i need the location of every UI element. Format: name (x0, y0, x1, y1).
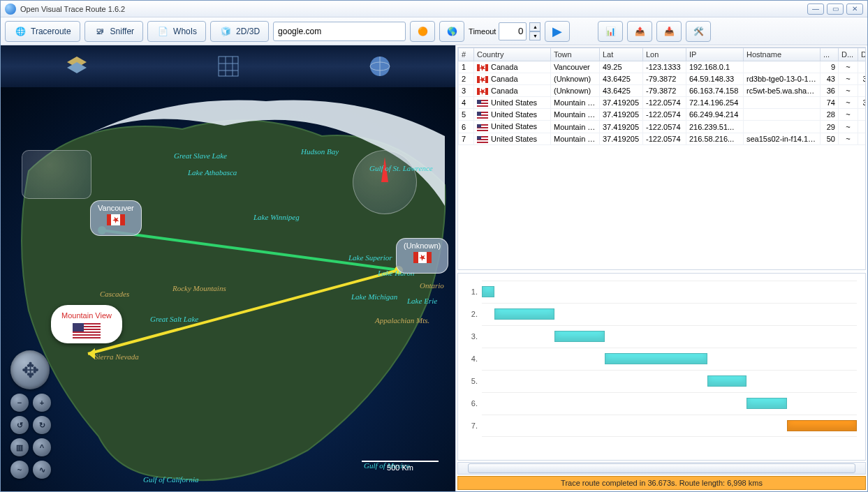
sniffer-button[interactable]: 🖳 Sniffer (84, 21, 143, 42)
col-lon[interactable]: Lon (643, 48, 686, 61)
chart-button[interactable]: 📊 (598, 21, 623, 42)
table-row[interactable]: 4United StatesMountain Vi...37.419205-12… (459, 97, 867, 109)
col-hostname[interactable]: Hostname (744, 48, 821, 61)
rotate-cw-button[interactable]: ↻ (33, 416, 51, 434)
app-icon (5, 3, 16, 15)
flag-ca-icon (477, 88, 488, 95)
import-button[interactable]: 📥 (656, 21, 682, 42)
globe-view[interactable]: Great Slave Lake Lake Athabasca Hudson B… (1, 87, 455, 491)
gantt-container: 1.2.3.4.5.6.7. (457, 273, 866, 461)
table-row[interactable]: 5United StatesMountain Vi...37.419205-12… (459, 109, 867, 121)
table-row[interactable]: 3Canada(Unknown)43.6425-79.387266.163.74… (459, 85, 867, 97)
gantt-row: 5. (466, 370, 857, 392)
gantt-row: 3. (466, 325, 857, 348)
gantt-row-label: 4. (466, 355, 482, 363)
col-d2[interactable]: D... (858, 48, 867, 61)
col-c1[interactable]: ... (821, 48, 839, 61)
gantt-row: 6. (466, 392, 857, 415)
zoom-in-button[interactable]: + (33, 394, 51, 412)
traceroute-button[interactable]: 🌐 Traceroute (5, 21, 80, 42)
col-lat[interactable]: Lat (600, 48, 643, 61)
export-button[interactable]: 📤 (627, 21, 652, 42)
gantt-bar[interactable] (494, 308, 554, 320)
compass-indicator[interactable] (353, 150, 417, 214)
traceroute-label: Traceroute (31, 27, 71, 36)
refresh-button[interactable]: 🟠 (410, 21, 435, 42)
whois-button[interactable]: 📄 WhoIs (147, 21, 206, 42)
gantt-row-label: 3. (466, 332, 482, 341)
flag-us-icon (477, 124, 488, 131)
gantt-bar[interactable] (605, 353, 708, 364)
view-2d3d-button[interactable]: 🧊 2D/3D (210, 21, 269, 42)
gantt-row-label: 7. (466, 422, 482, 430)
content-area: Great Slave Lake Lake Athabasca Hudson B… (1, 45, 867, 491)
bars-button[interactable]: ▥ (10, 438, 29, 456)
zoom-out-button[interactable]: − (10, 394, 29, 412)
document-icon: 📄 (156, 25, 169, 38)
run-button[interactable]: ▶ (545, 21, 570, 42)
graph-button[interactable]: ∿ (33, 461, 51, 479)
svg-marker-1 (67, 62, 87, 73)
grid-icon[interactable] (214, 52, 242, 80)
gantt-track (482, 325, 857, 348)
right-panel: # Country Town Lat Lon IP Hostname ... D… (456, 45, 867, 491)
app-window: Open Visual Trace Route 1.6.2 — ▭ ✕ 🌐 Tr… (0, 0, 868, 492)
node-mountain-view[interactable]: Mountain View (51, 305, 122, 343)
gantt-bar[interactable] (554, 331, 605, 342)
sphere-icon[interactable] (366, 52, 394, 80)
maximize-button[interactable]: ▭ (827, 3, 844, 15)
timeout-down[interactable]: ▼ (529, 31, 540, 40)
gantt-track (482, 281, 857, 303)
col-country[interactable]: Country (474, 48, 551, 61)
gantt-track (482, 303, 857, 325)
play-icon: ▶ (551, 25, 564, 38)
flag-ca-icon (107, 214, 125, 225)
compass-minimap[interactable] (22, 150, 91, 199)
col-ip[interactable]: IP (686, 48, 744, 61)
table-header-row: # Country Town Lat Lon IP Hostname ... D… (459, 48, 867, 61)
flag-ca-icon (477, 76, 488, 83)
up-button[interactable]: ^ (33, 438, 51, 456)
map-layer-bar (1, 45, 455, 87)
label-hudson: Hudson Bay (301, 147, 339, 156)
import-icon: 📥 (663, 25, 675, 38)
gantt-track (482, 415, 857, 437)
label-michigan: Lake Michigan (351, 292, 397, 301)
layers-icon[interactable] (63, 52, 91, 80)
gantt-row: 4. (466, 348, 857, 370)
node-unknown[interactable]: (Unknown) (396, 238, 448, 274)
table-row[interactable]: 2Canada(Unknown)43.6425-79.387264.59.148… (459, 73, 867, 85)
pan-joystick[interactable] (10, 350, 50, 389)
gantt-bar[interactable] (787, 420, 857, 431)
horizontal-scrollbar[interactable] (457, 462, 866, 475)
rotate-ccw-button[interactable]: ↺ (10, 416, 29, 434)
refresh-icon: 🟠 (416, 25, 429, 38)
node-vancouver[interactable]: Vancouver (90, 200, 142, 236)
gantt-bar[interactable] (482, 286, 494, 297)
host-input[interactable] (273, 22, 406, 41)
col-n[interactable]: # (459, 48, 474, 61)
gantt-row: 1. (466, 281, 857, 303)
close-button[interactable]: ✕ (846, 3, 863, 15)
timeout-up[interactable]: ▲ (529, 22, 540, 31)
gantt-bar[interactable] (707, 375, 746, 387)
minimize-button[interactable]: — (807, 3, 824, 15)
status-text: Trace route completed in 36.673s. Route … (561, 479, 763, 487)
flag-ca-icon (413, 252, 432, 263)
col-town[interactable]: Town (551, 48, 600, 61)
view-label: 2D/3D (236, 27, 260, 36)
timeout-input[interactable] (499, 22, 527, 40)
settings-button[interactable]: 🛠️ (686, 21, 711, 42)
table-row[interactable]: 1CanadaVancouver49.25-123.1333192.168.0.… (459, 61, 867, 73)
wave-button[interactable]: ~ (10, 461, 29, 479)
scrollbar-thumb[interactable] (468, 463, 855, 473)
table-row[interactable]: 6United StatesMountain Vi...37.419205-12… (459, 121, 867, 133)
gantt-bar[interactable] (746, 398, 787, 409)
map-panel: Great Slave Lake Lake Athabasca Hudson B… (1, 45, 456, 491)
locate-button[interactable]: 🌎 (439, 21, 464, 42)
col-d1[interactable]: D... (839, 48, 858, 61)
label-ontario: Ontario (420, 281, 444, 290)
gantt-chart: 1.2.3.4.5.6.7. (466, 281, 857, 448)
table-row[interactable]: 7United StatesMountain Vi...37.419205-12… (459, 133, 867, 144)
node-vancouver-text: Vancouver (98, 204, 134, 212)
